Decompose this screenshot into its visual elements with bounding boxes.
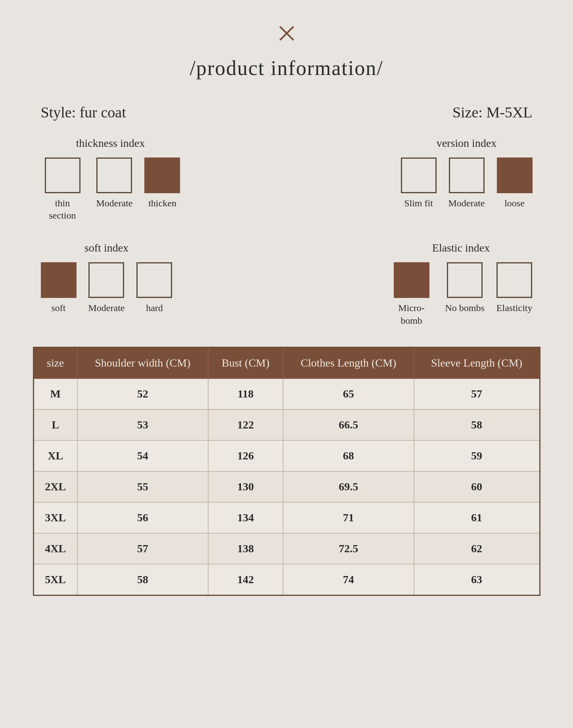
indices-row-bottom: soft index soft Moderate hard Elastic in… — [33, 242, 540, 327]
table-cell-r2-c1: 54 — [77, 440, 208, 471]
table-cell-r5-c0: 4XL — [33, 533, 77, 564]
col-header-bust: Bust (CM) — [208, 347, 283, 378]
table-cell-r5-c2: 138 — [208, 533, 283, 564]
soft-label-hard: hard — [146, 302, 163, 314]
table-row: L5312266.558 — [33, 409, 540, 440]
table-cell-r5-c4: 62 — [414, 533, 540, 564]
table-cell-r4-c0: 3XL — [33, 502, 77, 533]
thickness-box-thin — [45, 158, 80, 193]
thickness-item-thicken: thicken — [144, 158, 180, 209]
table-cell-r0-c1: 52 — [77, 378, 208, 409]
thickness-item-moderate: Moderate — [96, 158, 133, 209]
table-cell-r4-c4: 61 — [414, 502, 540, 533]
version-label-moderate: Moderate — [448, 197, 485, 209]
table-cell-r5-c1: 57 — [77, 533, 208, 564]
soft-label-soft: soft — [52, 302, 66, 314]
table-cell-r4-c2: 134 — [208, 502, 283, 533]
table-cell-r2-c3: 68 — [283, 440, 414, 471]
thickness-index-items: thin section Moderate thicken — [41, 158, 180, 222]
version-box-moderate — [449, 158, 485, 193]
table-header: size Shoulder width (CM) Bust (CM) Cloth… — [33, 347, 540, 378]
table-cell-r4-c3: 71 — [283, 502, 414, 533]
table-cell-r0-c2: 118 — [208, 378, 283, 409]
indices-row-top: thickness index thin section Moderate th… — [33, 137, 540, 222]
thickness-box-moderate — [96, 158, 132, 193]
thickness-item-thin: thin section — [41, 158, 84, 222]
table-cell-r6-c3: 74 — [283, 564, 414, 595]
table-cell-r1-c4: 58 — [414, 409, 540, 440]
version-box-slim — [401, 158, 437, 193]
table-cell-r6-c2: 142 — [208, 564, 283, 595]
table-cell-r3-c4: 60 — [414, 471, 540, 502]
version-item-loose: loose — [497, 158, 533, 209]
thickness-label-thin: thin section — [41, 197, 84, 222]
version-item-moderate: Moderate — [448, 158, 485, 209]
soft-index-items: soft Moderate hard — [41, 262, 172, 314]
table-cell-r5-c3: 72.5 — [283, 533, 414, 564]
style-label: Style: fur coat — [41, 104, 126, 121]
table-cell-r1-c3: 66.5 — [283, 409, 414, 440]
col-header-sleeve: Sleeve Length (CM) — [414, 347, 540, 378]
thickness-index-group: thickness index thin section Moderate th… — [41, 137, 180, 222]
elastic-box-nobombs — [447, 262, 483, 298]
table-cell-r1-c0: L — [33, 409, 77, 440]
table-cell-r3-c3: 69.5 — [283, 471, 414, 502]
col-header-length: Clothes Length (CM) — [283, 347, 414, 378]
table-header-row: size Shoulder width (CM) Bust (CM) Cloth… — [33, 347, 540, 378]
version-index-items: Slim fit Moderate loose — [401, 158, 533, 209]
elastic-label-elasticity: Elasticity — [496, 302, 533, 314]
table-row: M521186557 — [33, 378, 540, 409]
soft-item-hard: hard — [136, 262, 172, 314]
elastic-index-title: Elastic index — [432, 242, 490, 254]
table-cell-r6-c1: 58 — [77, 564, 208, 595]
table-cell-r0-c3: 65 — [283, 378, 414, 409]
elastic-item-nobombs: No bombs — [445, 262, 485, 314]
soft-box-moderate — [88, 262, 124, 298]
soft-item-soft: soft — [41, 262, 77, 314]
version-item-slim: Slim fit — [401, 158, 437, 209]
size-label: Size: M-5XL — [452, 104, 533, 121]
soft-index-title: soft index — [84, 242, 128, 254]
col-header-shoulder: Shoulder width (CM) — [77, 347, 208, 378]
soft-label-moderate: Moderate — [88, 302, 125, 314]
elastic-box-microbomb — [394, 262, 429, 298]
elastic-label-microbomb: Micro-bomb — [390, 302, 433, 327]
size-table: size Shoulder width (CM) Bust (CM) Cloth… — [33, 347, 540, 596]
page-title: /product information/ — [190, 56, 383, 80]
version-index-group: version index Slim fit Moderate loose — [401, 137, 533, 222]
soft-item-moderate: Moderate — [88, 262, 125, 314]
table-cell-r2-c2: 126 — [208, 440, 283, 471]
table-cell-r1-c1: 53 — [77, 409, 208, 440]
table-row: 4XL5713872.562 — [33, 533, 540, 564]
info-section: Style: fur coat Size: M-5XL thickness in… — [33, 104, 540, 596]
style-size-row: Style: fur coat Size: M-5XL — [33, 104, 540, 121]
table-cell-r4-c1: 56 — [77, 502, 208, 533]
table-row: 5XL581427463 — [33, 564, 540, 595]
elastic-label-nobombs: No bombs — [445, 302, 485, 314]
table-body: M521186557L5312266.558XL5412668592XL5513… — [33, 378, 540, 595]
elastic-item-microbomb: Micro-bomb — [390, 262, 433, 327]
table-cell-r6-c0: 5XL — [33, 564, 77, 595]
col-header-size: size — [33, 347, 77, 378]
soft-box-soft — [41, 262, 77, 298]
elastic-index-items: Micro-bomb No bombs Elasticity — [390, 262, 533, 327]
elastic-index-group: Elastic index Micro-bomb No bombs Elasti… — [390, 242, 533, 327]
table-cell-r3-c2: 130 — [208, 471, 283, 502]
table-cell-r6-c4: 63 — [414, 564, 540, 595]
thickness-box-thicken — [144, 158, 180, 193]
soft-box-hard — [136, 262, 172, 298]
version-box-loose — [497, 158, 533, 193]
table-cell-r2-c4: 59 — [414, 440, 540, 471]
version-label-loose: loose — [504, 197, 525, 209]
thickness-label-moderate: Moderate — [96, 197, 133, 209]
version-index-title: version index — [437, 137, 497, 150]
table-cell-r0-c0: M — [33, 378, 77, 409]
table-cell-r3-c0: 2XL — [33, 471, 77, 502]
table-row: 2XL5513069.560 — [33, 471, 540, 502]
version-label-slim: Slim fit — [404, 197, 433, 209]
table-cell-r2-c0: XL — [33, 440, 77, 471]
close-icon[interactable] — [277, 24, 296, 43]
elastic-item-elasticity: Elasticity — [496, 262, 533, 314]
close-icon-container[interactable] — [277, 24, 296, 44]
table-cell-r0-c4: 57 — [414, 378, 540, 409]
